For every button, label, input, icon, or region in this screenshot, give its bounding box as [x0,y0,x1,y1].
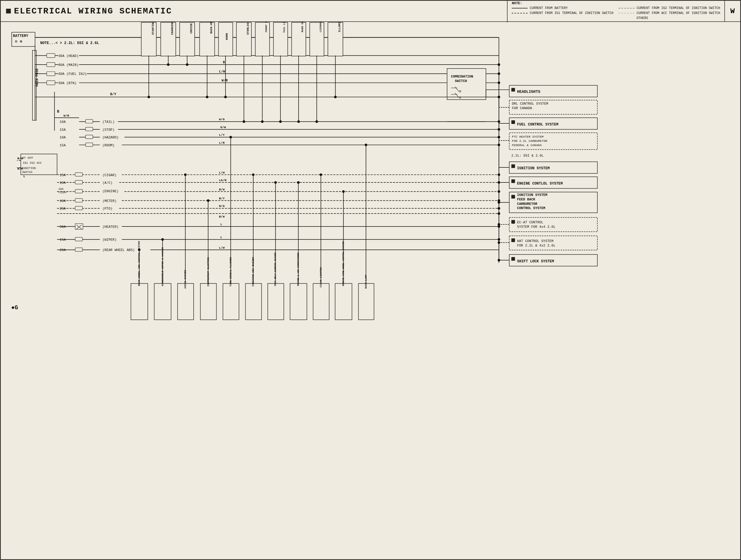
svg-rect-254 [245,284,261,320]
svg-text:COMBINATION: COMBINATION [451,75,473,79]
svg-text:PTC HEATER SYSTEM: PTC HEATER SYSTEM [512,135,543,139]
svg-point-153 [279,120,282,123]
svg-rect-111 [75,237,82,241]
svg-text:B/Y: B/Y [110,92,116,96]
svg-text:(A/C): (A/C) [103,181,112,185]
svg-point-245 [184,173,187,176]
svg-text:HORN: HORN [225,33,228,40]
svg-rect-176 [511,88,515,92]
svg-text:ENGINE CONTLOL SYSTEM: ENGINE CONTLOL SYSTEM [517,182,563,186]
title-block: ELECTRICAL WIRING SCHEMATIC [1,4,507,18]
svg-text:TAIL LIGHTS PARKING: TAIL LIGHTS PARKING [283,22,286,33]
svg-text:(PTO): (PTO) [103,207,112,211]
svg-point-141 [224,96,227,98]
svg-point-145 [243,120,245,123]
svg-text:2.2L: EGI & 2.6L: 2.2L: EGI & 2.6L [511,154,544,158]
svg-rect-262 [290,284,307,320]
svg-text:<15A>: <15A> [58,191,67,194]
svg-text:20A: 20A [60,248,66,252]
svg-rect-234 [131,284,148,320]
svg-text:10A: 10A [60,120,66,124]
svg-point-249 [207,199,209,202]
svg-text:(CIGAR): (CIGAR) [103,173,117,177]
main-title: ELECTRICAL WIRING SCHEMATIC [14,6,172,16]
svg-text:ILLUMINATION LAMP: ILLUMINATION LAMP [338,22,341,32]
svg-point-157 [297,120,300,123]
svg-rect-238 [154,284,171,320]
svg-text:L/R: L/R [219,141,225,145]
note-line-3: CURRENT FROM IG2 TERMINAL OF IGNITION SW… [619,6,720,10]
svg-point-149 [261,120,264,123]
svg-text:FUEL CONTROL SYSTEM: FUEL CONTROL SYSTEM [517,123,558,127]
svg-rect-76 [75,180,82,184]
svg-text:IGNITION SYSTEM: IGNITION SYSTEM [517,166,550,170]
svg-text:B/R: B/R [17,167,23,171]
svg-point-165 [334,96,337,98]
svg-rect-166 [447,69,486,100]
svg-rect-198 [511,164,515,168]
svg-point-257 [252,173,255,176]
svg-point-269 [320,173,322,176]
svg-point-129 [167,63,170,66]
note-line-1: CURRENT FROM BATTERY [512,6,613,10]
svg-text:STORLIGHTS: STORLIGHTS [246,22,250,35]
svg-text:20A: 20A [60,207,66,211]
svg-text:30A: 30A [60,225,66,229]
svg-text:IGNITION SYSTEM: IGNITION SYSTEM [517,193,547,197]
svg-rect-89 [75,198,82,202]
svg-rect-117 [75,248,82,251]
svg-text:B/Y: B/Y [219,197,225,201]
svg-rect-48 [85,135,93,139]
title-square [6,9,11,13]
svg-text:EC-AT CONTROL: EC-AT CONTROL [517,220,543,224]
svg-rect-270 [335,284,352,320]
svg-point-133 [186,63,189,66]
svg-rect-95 [75,206,82,210]
svg-text:ST  OFF: ST OFF [22,156,33,160]
svg-rect-208 [511,195,515,198]
svg-text:(TAIL): (TAIL) [103,120,115,124]
note-line-5: OTHERS [619,16,720,20]
svg-text:10A: 10A [60,199,66,203]
svg-rect-266 [313,284,329,320]
svg-text:15A: 15A [60,238,66,242]
svg-text:FEDERAL & CANADA: FEDERAL & CANADA [512,143,542,147]
wiring-diagram-svg: BATTERY ⊖ ⊕ MAIN FUSE B NOTE...< > 2.2L:… [1,22,740,551]
note-block: NOTE: CURRENT FROM BATTERY CURRENT FROM … [507,0,724,22]
svg-text:B/W: B/W [219,215,225,219]
svg-text:(REAR WHEEL ABS): (REAR WHEEL ABS) [103,248,135,252]
svg-text:MAIN FUSE: MAIN FUSE [35,68,39,86]
svg-text:HAT CONTROL SYSTEM: HAT CONTROL SYSTEM [517,239,553,243]
svg-text:L: L [220,235,222,239]
svg-rect-24 [47,81,55,85]
svg-text:FOR CANADA: FOR CANADA [512,106,532,110]
svg-text:SYSTEM FOR 4x4 2.6L: SYSTEM FOR 4x4 2.6L [517,225,555,229]
svg-text:STARTING SYSTEM: STARTING SYSTEM [151,22,154,35]
svg-text:R/G: R/G [219,204,224,208]
svg-rect-203 [511,179,515,183]
svg-text:CONTROL SYSTEM: CONTROL SYSTEM [517,206,545,210]
svg-rect-36 [85,119,93,123]
svg-text:B/W: B/W [219,188,225,191]
svg-text:30A (FUEL INJ): 30A (FUEL INJ) [58,72,86,76]
svg-rect-242 [178,284,194,320]
svg-text:CHARGING SYSTEM: CHARGING SYSTEM [171,22,174,35]
svg-text:W/R: W/R [64,114,69,117]
svg-text:FOR 2.2L & 4x2 2.6L: FOR 2.2L & 4x2 2.6L [517,244,555,248]
svg-rect-70 [75,173,82,176]
svg-rect-54 [85,143,93,147]
header: ELECTRICAL WIRING SCHEMATIC NOTE: CURREN… [1,1,740,22]
svg-rect-215 [510,218,598,232]
svg-point-265 [297,181,300,184]
svg-point-273 [342,190,345,193]
svg-point-261 [274,181,277,184]
svg-text:15A: 15A [60,143,66,147]
svg-text:W/R: W/R [221,79,228,83]
note-line-2: CURRENT FROM IG1 TERMINAL OF IGNITION SW… [512,11,613,15]
svg-text:10A: 10A [60,136,66,140]
svg-point-137 [206,96,208,98]
solid-line-icon [512,8,528,8]
svg-text:(STOP): (STOP) [103,128,115,132]
svg-text:(ROOM): (ROOM) [103,143,115,147]
svg-text:LICENSE PLATE LIGHTS: LICENSE PLATE LIGHTS [319,22,322,32]
